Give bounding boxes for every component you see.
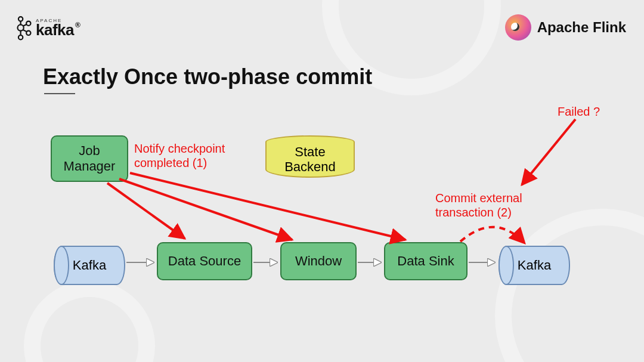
kafka-sink-label: Kafka [518, 258, 551, 273]
slide-title: Exactly Once two-phase commit [43, 64, 372, 89]
annotation-failed: Failed ? [558, 104, 600, 119]
arrow-jm-to-source [107, 183, 185, 239]
arrow-failed [522, 119, 575, 185]
apache-kafka-logo: APACHE kafka® [14, 16, 80, 42]
svg-point-1 [17, 24, 23, 30]
svg-point-2 [18, 35, 23, 39]
node-job-manager: Job Manager [51, 135, 128, 182]
svg-line-8 [23, 30, 27, 32]
kafka-logo-text: kafka® [36, 21, 80, 39]
svg-point-3 [26, 21, 30, 26]
node-data-source: Data Source [157, 242, 252, 280]
flink-squirrel-icon [505, 14, 531, 41]
state-backend-label: State Backend [284, 144, 336, 175]
node-kafka-source: Kafka [54, 246, 125, 285]
apache-flink-logo: Apache Flink [505, 14, 626, 41]
title-underline [44, 93, 75, 94]
svg-point-0 [18, 17, 23, 21]
arrow-commit-external [460, 227, 525, 243]
kafka-source-label: Kafka [73, 258, 106, 273]
bg-decor-circle [495, 209, 644, 362]
svg-point-4 [26, 31, 30, 35]
bg-decor-circle [24, 280, 155, 362]
svg-line-7 [23, 24, 27, 26]
kafka-icon [14, 16, 32, 42]
node-window: Window [280, 242, 357, 280]
node-data-sink: Data Sink [384, 242, 467, 280]
annotation-commit-transaction: Commit external transaction (2) [435, 191, 522, 219]
arrow-jm-to-window [119, 179, 292, 240]
node-kafka-sink: Kafka [499, 246, 570, 285]
annotation-notify-checkpoint: Notify checkpoint completed (1) [134, 141, 225, 170]
flink-logo-text: Apache Flink [537, 19, 626, 36]
node-state-backend: State Backend [265, 135, 355, 187]
